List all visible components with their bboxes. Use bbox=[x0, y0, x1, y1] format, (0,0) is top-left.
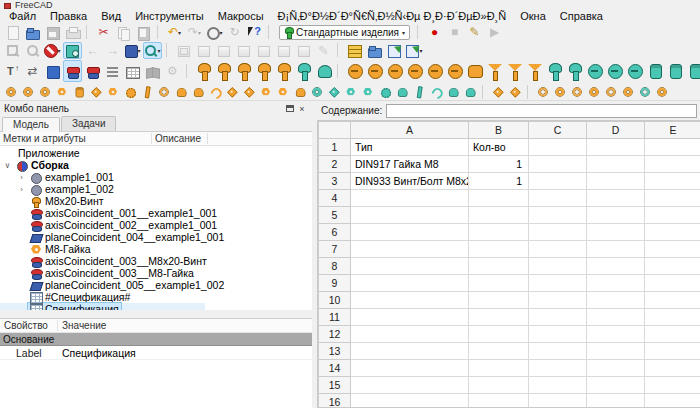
cell-B1[interactable]: Кол-во bbox=[469, 139, 529, 156]
cell-D16[interactable] bbox=[587, 394, 645, 408]
menu-item-8[interactable]: Справка bbox=[553, 10, 610, 22]
col-header-D[interactable]: D bbox=[587, 122, 645, 139]
row-header-10[interactable]: 10 bbox=[319, 292, 351, 309]
expander-icon[interactable]: ∨ bbox=[2, 161, 13, 170]
col-header-C[interactable]: C bbox=[529, 122, 587, 139]
cell-A11[interactable] bbox=[351, 309, 469, 326]
menu-item-7[interactable]: Окна bbox=[513, 10, 553, 22]
menu-item-6[interactable]: Đ¡Ñ‚Đ°Đ½Đ´Đ°Ñ€Ñ‚Đ½Ñ‹Đµ Đ¸Đ·Đ´ĐµĐ»Đ¸Ñ bbox=[271, 10, 514, 22]
fastener-nut-button[interactable] bbox=[275, 84, 291, 99]
cell-B10[interactable] bbox=[469, 292, 529, 309]
fastener-diamond-button[interactable] bbox=[490, 84, 506, 99]
fastener-screwside-button[interactable] bbox=[214, 60, 233, 82]
cell-A16[interactable] bbox=[351, 394, 469, 408]
property-header-name[interactable]: Свойство bbox=[0, 320, 58, 331]
bom-spreadsheet-button[interactable] bbox=[123, 60, 142, 82]
row-header-6[interactable]: 6 bbox=[319, 224, 351, 241]
content-input[interactable] bbox=[386, 104, 697, 118]
cell-D10[interactable] bbox=[587, 292, 645, 309]
expander-icon[interactable]: › bbox=[16, 185, 27, 194]
flip-orientation-button[interactable] bbox=[3, 60, 22, 82]
zoom-tool-dropdown-arrow[interactable]: ▾ bbox=[157, 47, 160, 54]
cell-A10[interactable] bbox=[351, 292, 469, 309]
view-isometric-button[interactable] bbox=[63, 42, 82, 59]
fastener-hook-button[interactable] bbox=[207, 84, 223, 99]
cell-B14[interactable] bbox=[469, 360, 529, 377]
menu-item-1[interactable]: Файл bbox=[2, 10, 43, 22]
cell-A7[interactable] bbox=[351, 241, 469, 258]
cell-A4[interactable] bbox=[351, 190, 469, 207]
cell-C5[interactable] bbox=[529, 207, 587, 224]
row-header-14[interactable]: 14 bbox=[319, 360, 351, 377]
tree-header-labels[interactable]: Метки и атрибуты bbox=[0, 133, 152, 144]
fastener-ring-button[interactable] bbox=[569, 84, 585, 99]
cell-D5[interactable] bbox=[587, 207, 645, 224]
fastener-cap-button[interactable] bbox=[465, 60, 484, 82]
fastener-flat-button[interactable] bbox=[485, 60, 504, 82]
cell-C16[interactable] bbox=[529, 394, 587, 408]
fastener-rod-button[interactable] bbox=[139, 84, 155, 99]
cell-E15[interactable] bbox=[645, 377, 700, 394]
cell-D14[interactable] bbox=[587, 360, 645, 377]
tab-model[interactable]: Модель bbox=[2, 117, 60, 132]
cell-D12[interactable] bbox=[587, 326, 645, 343]
row-header-8[interactable]: 8 bbox=[319, 258, 351, 275]
cell-B2[interactable]: 1 bbox=[469, 156, 529, 173]
fastener-knurl-button[interactable] bbox=[377, 84, 393, 99]
cell-E4[interactable] bbox=[645, 190, 700, 207]
cell-E3[interactable] bbox=[645, 173, 700, 190]
property-header-value[interactable]: Значение bbox=[58, 320, 106, 331]
fastener-screwtop-button[interactable] bbox=[405, 60, 424, 82]
cell-D6[interactable] bbox=[587, 224, 645, 241]
fastener-washer-button[interactable] bbox=[309, 84, 325, 99]
cut-button[interactable]: ✂ bbox=[94, 24, 113, 41]
fastener-screwtop-button[interactable] bbox=[385, 60, 404, 82]
fastener-screwtop-button[interactable] bbox=[365, 60, 384, 82]
cell-B8[interactable] bbox=[469, 258, 529, 275]
tree-header-description[interactable]: Описание bbox=[152, 133, 208, 144]
fastener-dome-button[interactable] bbox=[190, 84, 206, 99]
cell-A6[interactable] bbox=[351, 224, 469, 241]
row-header-13[interactable]: 13 bbox=[319, 343, 351, 360]
fastener-washer-button[interactable] bbox=[20, 84, 36, 99]
row-header-15[interactable]: 15 bbox=[319, 377, 351, 394]
col-header-A[interactable]: A bbox=[351, 122, 469, 139]
menu-item-4[interactable]: Инструменты bbox=[128, 10, 211, 22]
cell-D1[interactable] bbox=[587, 139, 645, 156]
fastener-screwtop-button[interactable] bbox=[445, 60, 464, 82]
row-header-2[interactable]: 2 bbox=[319, 156, 351, 173]
axial-constraint-button[interactable] bbox=[63, 60, 82, 82]
panel-splitter[interactable] bbox=[0, 310, 312, 318]
fastener-washer-button[interactable] bbox=[552, 84, 568, 99]
fastener-screwside-button[interactable] bbox=[194, 60, 213, 82]
cell-A1[interactable]: Тип bbox=[351, 139, 469, 156]
grid-corner[interactable] bbox=[319, 122, 351, 139]
cell-C2[interactable] bbox=[529, 156, 587, 173]
tab-tasks[interactable]: Задачи bbox=[61, 116, 117, 131]
fastener-screwside-button[interactable] bbox=[294, 60, 313, 82]
property-group-base[interactable]: Основание bbox=[0, 333, 312, 346]
fastener-diamond-button[interactable] bbox=[88, 84, 104, 99]
undo-button[interactable]: ↶▾ bbox=[165, 24, 184, 41]
add-simple-part-button[interactable] bbox=[43, 60, 62, 82]
menu-item-5[interactable]: Макросы bbox=[211, 10, 271, 22]
cell-E11[interactable] bbox=[645, 309, 700, 326]
cell-A13[interactable] bbox=[351, 343, 469, 360]
cell-C1[interactable] bbox=[529, 139, 587, 156]
cell-B5[interactable] bbox=[469, 207, 529, 224]
fastener-dome-button[interactable] bbox=[173, 84, 189, 99]
parts-library-button[interactable] bbox=[345, 42, 364, 59]
zoom-tool-button[interactable]: ▾ bbox=[143, 42, 162, 59]
row-header-12[interactable]: 12 bbox=[319, 326, 351, 343]
export-part-button[interactable] bbox=[385, 42, 404, 59]
fastener-ring-button[interactable] bbox=[603, 84, 619, 99]
whats-this-button[interactable] bbox=[245, 24, 264, 41]
fastener-washer-button[interactable] bbox=[654, 84, 670, 99]
edit-mode-button[interactable]: ▾ bbox=[205, 24, 224, 41]
fastener-nut-button[interactable] bbox=[54, 84, 70, 99]
cell-A14[interactable] bbox=[351, 360, 469, 377]
cell-B12[interactable] bbox=[469, 326, 529, 343]
fastener-nut-button[interactable] bbox=[360, 84, 376, 99]
row-header-11[interactable]: 11 bbox=[319, 309, 351, 326]
cell-A5[interactable] bbox=[351, 207, 469, 224]
